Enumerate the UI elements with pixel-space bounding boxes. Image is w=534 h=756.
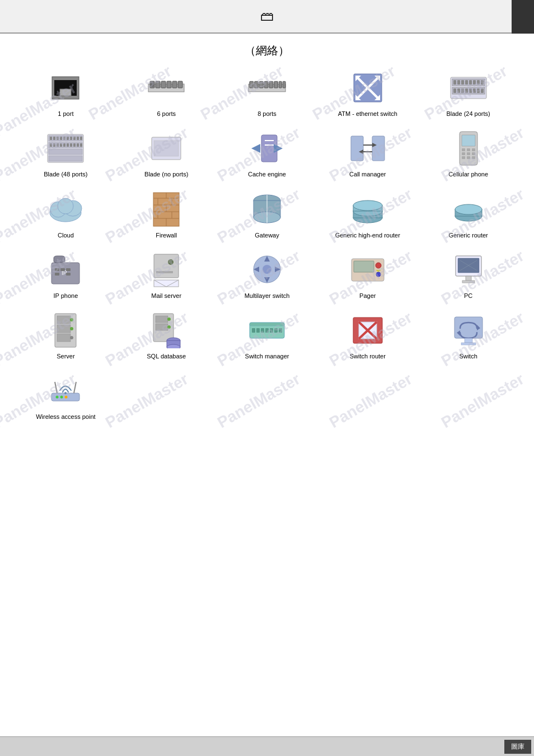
icon-pc <box>449 250 488 290</box>
svg-rect-32 <box>457 80 460 85</box>
item-switch-router[interactable]: Switch router <box>318 308 416 363</box>
item-call-manager[interactable]: Call manager <box>318 126 416 181</box>
svg-point-141 <box>263 265 271 274</box>
svg-rect-169 <box>250 323 284 326</box>
item-generic-high-end-router[interactable]: Generic high-end router <box>318 187 416 242</box>
item-gateway[interactable]: Gateway <box>218 187 316 242</box>
svg-rect-15 <box>255 81 259 88</box>
svg-point-167 <box>167 344 180 348</box>
svg-rect-45 <box>473 88 476 93</box>
svg-rect-134 <box>156 271 173 273</box>
svg-rect-36 <box>473 80 476 85</box>
label-switch: Switch <box>459 352 477 360</box>
svg-rect-95 <box>467 156 470 159</box>
svg-rect-72 <box>80 143 82 147</box>
svg-point-157 <box>70 318 73 321</box>
svg-rect-64 <box>53 143 55 147</box>
svg-rect-58 <box>67 137 69 140</box>
svg-rect-88 <box>462 148 465 151</box>
item-cloud[interactable]: Cloud <box>17 187 115 242</box>
svg-rect-46 <box>477 88 480 93</box>
svg-rect-62 <box>80 137 82 140</box>
item-8-ports[interactable]: 8 ports <box>218 66 316 120</box>
label-server: Server <box>57 352 74 360</box>
svg-rect-80 <box>351 136 363 161</box>
label-pager: Pager <box>359 292 376 300</box>
svg-rect-156 <box>57 334 71 342</box>
svg-rect-176 <box>279 328 282 333</box>
label-atm-ethernet-switch: ATM - ethernet switch <box>338 110 397 118</box>
svg-rect-63 <box>50 143 52 147</box>
label-cache-engine: Cache engine <box>248 170 286 178</box>
svg-rect-61 <box>77 137 79 140</box>
page-title: （網絡） <box>0 43 534 58</box>
svg-rect-60 <box>73 137 76 140</box>
item-sql-database[interactable]: SQL database <box>118 308 216 363</box>
svg-point-192 <box>65 396 68 399</box>
svg-marker-77 <box>274 144 283 153</box>
svg-rect-131 <box>66 273 71 276</box>
svg-rect-19 <box>274 81 278 88</box>
icon-switch-manager <box>247 311 287 350</box>
svg-rect-173 <box>265 328 269 333</box>
icon-6-ports <box>147 68 186 108</box>
svg-rect-128 <box>60 268 65 271</box>
item-pager[interactable]: Pager <box>318 248 416 302</box>
svg-rect-135 <box>154 280 179 287</box>
svg-point-159 <box>70 336 73 339</box>
item-blade-24-ports[interactable]: Blade (24 ports) <box>419 66 517 120</box>
item-server[interactable]: Server <box>17 308 115 363</box>
svg-rect-65 <box>57 143 59 147</box>
item-atm-ethernet-switch[interactable]: ATM - ethernet switch <box>318 66 416 120</box>
svg-rect-175 <box>274 328 278 333</box>
svg-rect-172 <box>261 328 264 333</box>
item-6-ports[interactable]: 6 ports <box>118 66 216 120</box>
item-ip-phone[interactable]: IP IP phone <box>17 248 115 302</box>
item-blade-no-ports[interactable]: Blade (no ports) <box>118 126 216 181</box>
svg-rect-41 <box>457 88 460 93</box>
svg-rect-38 <box>481 80 484 85</box>
svg-rect-51 <box>49 149 82 155</box>
svg-rect-87 <box>462 135 475 146</box>
icon-blade-24-ports <box>449 68 488 108</box>
svg-rect-66 <box>60 143 62 147</box>
icon-pager <box>348 250 387 290</box>
icon-call-manager <box>348 129 387 168</box>
svg-rect-91 <box>462 152 465 155</box>
svg-rect-39 <box>452 87 485 94</box>
svg-line-188 <box>74 382 76 393</box>
item-blade-48-ports[interactable]: Blade (48 ports) <box>17 126 115 181</box>
item-pc[interactable]: PC <box>419 248 517 302</box>
svg-point-191 <box>60 396 63 399</box>
item-mail-server[interactable]: Mail server <box>118 248 216 302</box>
svg-point-189 <box>64 392 67 394</box>
svg-rect-89 <box>467 148 470 151</box>
item-switch[interactable]: Switch <box>419 308 517 363</box>
label-switch-router: Switch router <box>350 352 386 360</box>
icon-blade-no-ports <box>147 129 186 168</box>
item-multilayer-switch[interactable]: Multilayer switch <box>218 248 316 302</box>
icon-1-port <box>46 68 85 108</box>
svg-rect-33 <box>461 80 464 85</box>
gallery-button[interactable]: 圖庫 <box>504 740 531 754</box>
bottom-bar: 圖庫 <box>0 736 534 756</box>
item-firewall[interactable]: Firewall <box>118 187 216 242</box>
svg-rect-16 <box>259 81 263 88</box>
item-cellular-phone[interactable]: Cellular phone <box>419 126 517 181</box>
svg-rect-57 <box>63 137 65 140</box>
svg-rect-81 <box>372 136 385 161</box>
item-1-port[interactable]: 1 port <box>17 66 115 120</box>
svg-rect-42 <box>461 88 464 93</box>
item-generic-router[interactable]: Generic router <box>419 187 517 242</box>
svg-rect-54 <box>53 137 55 140</box>
label-blade-48-ports: Blade (48 ports) <box>44 170 87 178</box>
svg-rect-34 <box>465 80 468 85</box>
svg-point-163 <box>167 318 171 321</box>
svg-rect-53 <box>50 137 52 140</box>
svg-rect-174 <box>270 328 273 333</box>
icon-switch <box>449 311 488 350</box>
item-switch-manager[interactable]: Switch manager <box>218 308 316 363</box>
item-wireless-access-point[interactable]: Wireless access point <box>17 368 115 423</box>
svg-rect-7 <box>167 81 171 88</box>
item-cache-engine[interactable]: Cache engine <box>218 126 316 181</box>
